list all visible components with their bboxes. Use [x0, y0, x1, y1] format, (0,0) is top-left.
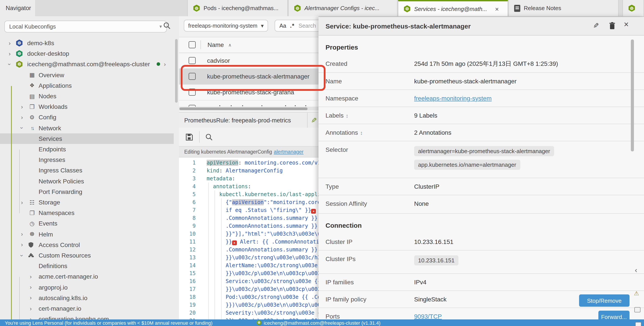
- sidebar-item-ingress-classes[interactable]: Ingress Classes: [0, 165, 174, 176]
- sidebar-item-storage[interactable]: ›☷Storage: [0, 197, 174, 208]
- code-line-6: 6 {"apiVersion":"monitoring.coreos: [179, 198, 318, 206]
- match-case-icon[interactable]: Aa: [280, 22, 286, 29]
- close-icon[interactable]: ×: [495, 5, 499, 12]
- sidebar-item-cert-manager-io[interactable]: ›cert-manager.io: [0, 303, 174, 314]
- row-checkbox[interactable]: [189, 89, 196, 96]
- sidebar-item-icecheng-mathmast-com-freeleaps-cluster[interactable]: ›☸icecheng@mathmast.com@freeleaps-cluste…: [0, 59, 174, 70]
- tab-pods[interactable]: ☸Pods - icecheng@mathmas...: [187, 0, 288, 16]
- sidebar-item-ingresses[interactable]: Ingresses: [0, 154, 174, 165]
- panel-icon[interactable]: [635, 322, 641, 326]
- horizontal-scrollbar[interactable]: [179, 106, 318, 110]
- edit-pencil-icon[interactable]: ✎: [311, 116, 317, 124]
- sidebar-item-access-control[interactable]: ›Access Control: [0, 240, 174, 250]
- code-line-13: 13 }}\u003c/strong\u003e\u003c/h3: [179, 254, 318, 262]
- editor-search-icon[interactable]: [205, 133, 213, 140]
- save-icon[interactable]: [186, 133, 193, 140]
- sort-asc-icon[interactable]: ∧: [228, 42, 232, 47]
- sidebar-item-demo-k8s[interactable]: ›☸demo-k8s: [0, 38, 174, 48]
- tab-services[interactable]: ☸Services - icecheng@math...×: [398, 0, 508, 16]
- chevron-right-icon[interactable]: ›: [7, 40, 12, 46]
- chevron-right-icon[interactable]: ›: [28, 273, 33, 280]
- close-icon[interactable]: ×: [624, 21, 629, 28]
- select-all-checkbox[interactable]: [189, 41, 196, 48]
- namespace-select[interactable]: freeleaps-monitoring-system ▾: [184, 20, 268, 32]
- sidebar-item-docker-desktop[interactable]: ›☸docker-desktop: [0, 48, 174, 59]
- sidebar-item-network[interactable]: ›↑↓Network: [0, 123, 174, 133]
- sidebar-item-label: Network: [38, 124, 61, 132]
- kubernetes-icon: ☸: [257, 320, 262, 325]
- trash-icon[interactable]: [609, 22, 616, 30]
- chevron-right-icon[interactable]: ›: [28, 295, 33, 301]
- chevron-right-icon[interactable]: ›: [19, 231, 24, 237]
- row-checkbox[interactable]: [189, 57, 196, 64]
- line-number: 16: [179, 277, 196, 285]
- line-number: 1: [179, 159, 196, 167]
- row-checkbox[interactable]: [189, 105, 196, 106]
- tab-alertmanager[interactable]: ☸Alertmanager Configs - icec...: [288, 0, 398, 16]
- tab-partial[interactable]: ☸: [622, 0, 644, 16]
- dock-tab-prometheusrule[interactable]: PrometheusRule: freepeals-prod-metrics: [184, 117, 291, 124]
- sidebar-item-configuration-konghq-com[interactable]: ›configuration.konghq.com: [0, 314, 174, 320]
- table-row-cadvisor[interactable]: cadvisor: [179, 53, 318, 69]
- alertmanagerconfig-link[interactable]: alertmanager: [274, 149, 304, 154]
- list-search-input[interactable]: Aa .* Search: [274, 20, 318, 32]
- sidebar-scrollbar[interactable]: [175, 39, 178, 103]
- table-row-partial[interactable]: [179, 100, 318, 106]
- column-header-name[interactable]: Name: [208, 41, 224, 48]
- yaml-editor[interactable]: 1apiVersion: monitoring.coreos.com/v12ki…: [179, 158, 318, 320]
- sidebar-item-autoscaling-k8s-io[interactable]: ›autoscaling.k8s.io: [0, 293, 174, 303]
- chevron-down-icon[interactable]: ›: [19, 253, 25, 258]
- sidebar-item-definitions[interactable]: Definitions: [0, 260, 174, 271]
- regex-icon[interactable]: .*: [290, 22, 295, 29]
- chevron-right-icon[interactable]: ›: [28, 305, 33, 312]
- drawer-scrollbar[interactable]: [631, 40, 634, 151]
- sidebar-item-endpoints[interactable]: Endpoints: [0, 144, 174, 154]
- chevron-right-icon[interactable]: ›: [19, 103, 24, 110]
- port-link[interactable]: 9093/TCP: [414, 313, 479, 320]
- chevron-down-icon[interactable]: ›: [19, 125, 25, 130]
- panel-icon[interactable]: [634, 307, 640, 312]
- tab-release[interactable]: Release Notes: [508, 0, 618, 16]
- sidebar-item-events[interactable]: ◷Events: [0, 218, 174, 229]
- chevron-right-icon[interactable]: ›: [28, 316, 33, 320]
- row-checkbox[interactable]: [189, 73, 196, 80]
- collapse-chevron-icon[interactable]: ‹: [635, 266, 637, 275]
- sidebar-item-argoproj-io[interactable]: ›argoproj.io: [0, 282, 174, 292]
- expand-toggle-icon[interactable]: ↕: [346, 113, 348, 119]
- line-number: 11: [179, 238, 196, 246]
- drawer-row-ports: Ports9093/TCP8080:reloader-web/TCP: [318, 308, 644, 320]
- chevron-right-icon[interactable]: ›: [19, 242, 24, 248]
- sidebar-item-nodes[interactable]: ▤Nodes: [0, 91, 174, 101]
- sidebar-item-workloads[interactable]: ›❒Workloads: [0, 101, 174, 112]
- row-value: 2 Annotations: [414, 129, 452, 136]
- sidebar-item-config[interactable]: ›⚙Config: [0, 112, 174, 123]
- chevron-right-icon[interactable]: ›: [7, 50, 12, 57]
- chevron-down-icon[interactable]: ›: [6, 62, 13, 67]
- sidebar-item-applications[interactable]: ❖Applications: [0, 80, 174, 91]
- edit-pencil-icon[interactable]: ✎: [593, 22, 599, 30]
- sidebar-item-overview[interactable]: ▦Overview: [0, 70, 174, 80]
- expand-toggle-icon[interactable]: ↕: [360, 130, 363, 136]
- chevron-right-icon[interactable]: ›: [28, 284, 33, 290]
- drawer-row-cluster-ips: Cluster IPs10.233.16.151: [318, 250, 644, 274]
- namespace-link[interactable]: freeleaps-monitoring-system: [414, 95, 492, 102]
- chevron-right-icon[interactable]: ›: [19, 199, 24, 206]
- sidebar-item-helm[interactable]: ›☸Helm: [0, 229, 174, 239]
- sidebar-item-acme-cert-manager-io[interactable]: ›acme.cert-manager.io: [0, 271, 174, 282]
- status-bar: You're using Lens Personal (for individu…: [0, 320, 644, 326]
- chevron-right-icon[interactable]: ›: [164, 61, 166, 68]
- stop-remove-button[interactable]: Stop/Remove: [579, 294, 630, 307]
- sidebar-item-network-policies[interactable]: Network Policies: [0, 176, 174, 186]
- sidebar-item-services[interactable]: Services: [0, 134, 174, 144]
- table-row-kube-prometheus-stack-grafana[interactable]: kube-prometheus-stack-grafana: [179, 84, 318, 100]
- warning-icon[interactable]: ⚠: [634, 290, 639, 296]
- sidebar-item-namespaces[interactable]: ❐Namespaces: [0, 208, 174, 218]
- service-details-drawer: Service: kube-prometheus-stack-alertmana…: [318, 17, 644, 320]
- drawer-title: Service: kube-prometheus-stack-alertmana…: [326, 22, 471, 30]
- sidebar-item-custom-resources[interactable]: ›Custom Resources: [0, 250, 174, 260]
- chevron-right-icon[interactable]: ›: [19, 114, 24, 121]
- active-cluster-status[interactable]: ☸ icecheng@mathmast.com@freeleaps-cluste…: [257, 320, 380, 325]
- table-row-kube-prometheus-stack-alertmanager[interactable]: kube-prometheus-stack-alertmanager: [179, 68, 318, 85]
- sidebar-item-port-forwarding[interactable]: Port Forwarding: [0, 186, 174, 197]
- row-label: Namespace: [318, 95, 414, 102]
